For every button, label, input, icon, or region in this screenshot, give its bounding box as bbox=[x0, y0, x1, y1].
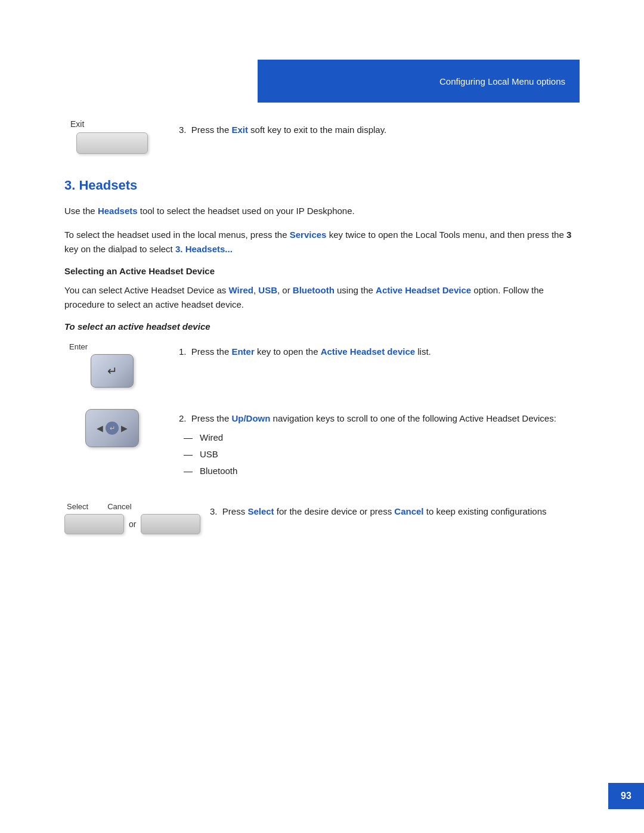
headsets-para3: You can select Active Headset Device as … bbox=[64, 283, 580, 312]
enter-key-image: ↵ bbox=[91, 354, 134, 388]
para2-bold2: 3 bbox=[566, 230, 571, 240]
exit-para: 3. Press the Exit soft key to exit to th… bbox=[179, 123, 580, 137]
exit-step-num: 3. bbox=[179, 125, 187, 135]
step2-text-end: navigation keys to scroll to one of the … bbox=[270, 413, 556, 423]
step1-bold2: Active Headset device bbox=[321, 346, 415, 357]
para3-opt: Active Headset Device bbox=[376, 285, 471, 295]
para2-bold1: Services bbox=[290, 230, 327, 240]
para3-mid: using the bbox=[335, 285, 376, 295]
right-arrow-icon: ▶ bbox=[121, 423, 128, 433]
enter-key-area: Enter ↵ bbox=[64, 342, 160, 388]
enter-arrow-icon: ↵ bbox=[107, 364, 117, 378]
para2-bold3: 3. Headsets... bbox=[175, 244, 233, 254]
step3-text-mid: for the desire device or press bbox=[274, 506, 395, 516]
exit-button-image bbox=[76, 132, 148, 154]
step3-select: Select bbox=[247, 506, 274, 516]
nav-center: ↵ bbox=[106, 422, 119, 435]
cancel-button[interactable] bbox=[141, 514, 200, 534]
headsets-para1: Use the Headsets tool to select the head… bbox=[64, 204, 580, 218]
select-cancel-buttons: or bbox=[64, 514, 200, 534]
step1-text: 1. Press the Enter key to open the Activ… bbox=[179, 342, 580, 359]
sub-heading: Selecting an Active Headset Device bbox=[64, 266, 580, 276]
content-area: Exit 3. Press the Exit soft key to exit … bbox=[64, 119, 580, 556]
select-cancel-labels: Select Cancel bbox=[67, 502, 132, 511]
step3-text: 3. Press Select for the desire device or… bbox=[210, 502, 580, 519]
header-title: Configuring Local Menu options bbox=[439, 76, 565, 86]
list-item: — USB bbox=[184, 447, 580, 462]
list-item: — Wired bbox=[184, 431, 580, 445]
step1-num: 1. bbox=[179, 346, 187, 357]
para1-start: Use the bbox=[64, 206, 98, 216]
header-bar: Configuring Local Menu options bbox=[258, 60, 580, 103]
select-cancel-area: Select Cancel or bbox=[64, 502, 196, 534]
para3-usb: USB bbox=[258, 285, 277, 295]
page-num-value: 93 bbox=[621, 791, 631, 801]
dash-icon: — bbox=[184, 447, 193, 462]
dash-icon: — bbox=[184, 464, 193, 478]
dash-icon: — bbox=[184, 431, 193, 445]
para2-end: key on the dialpad to select bbox=[64, 244, 175, 254]
exit-text-area: 3. Press the Exit soft key to exit to th… bbox=[179, 119, 580, 147]
left-arrow-icon: ◀ bbox=[97, 423, 103, 433]
nav-key-image: ◀ ↵ ▶ bbox=[85, 409, 139, 447]
step1-text-end: list. bbox=[415, 346, 431, 357]
step2-text-start: Press the bbox=[191, 413, 232, 423]
exit-section: Exit 3. Press the Exit soft key to exit … bbox=[64, 119, 580, 154]
headsets-para2: To select the headset used in the local … bbox=[64, 228, 580, 256]
nav-key-area: ◀ ↵ ▶ bbox=[64, 409, 160, 447]
para1-bold: Headsets bbox=[98, 206, 138, 216]
list-item-wired: Wired bbox=[200, 431, 223, 445]
step3-cancel: Cancel bbox=[394, 506, 423, 516]
step2-row: ◀ ↵ ▶ 2. Press the Up/Down navigation ke… bbox=[64, 409, 580, 481]
exit-button-area: Exit bbox=[64, 119, 160, 154]
step3-num: 3. bbox=[210, 506, 218, 516]
para3-wired: Wired bbox=[228, 285, 253, 295]
enter-small-icon: ↵ bbox=[110, 425, 115, 432]
step3-text-start: Press bbox=[222, 506, 248, 516]
step2-bold1: Up/Down bbox=[231, 413, 270, 423]
enter-key-label: Enter bbox=[69, 342, 88, 351]
select-button[interactable] bbox=[64, 514, 124, 534]
para3-start: You can select Active Headset Device as bbox=[64, 285, 228, 295]
page-container: Configuring Local Menu options Exit 3. P… bbox=[0, 0, 644, 833]
step2-num: 2. bbox=[179, 413, 187, 423]
exit-bold: Exit bbox=[231, 125, 248, 135]
headsets-heading: 3. Headsets bbox=[64, 178, 580, 193]
para1-end: tool to select the headset used on your … bbox=[138, 206, 355, 216]
select-label: Select bbox=[67, 502, 88, 511]
or-text: or bbox=[129, 519, 136, 529]
para2-mid: key twice to open the Local Tools menu, … bbox=[326, 230, 566, 240]
list-item-bt: Bluetooth bbox=[200, 464, 237, 478]
nav-arrows: ◀ ↵ ▶ bbox=[97, 422, 128, 435]
step1-row: Enter ↵ 1. Press the Enter key to open t… bbox=[64, 342, 580, 388]
para2-start: To select the headset used in the local … bbox=[64, 230, 290, 240]
list-item-usb: USB bbox=[200, 447, 218, 462]
step1-text-start: Press the bbox=[191, 346, 232, 357]
italic-heading: To select an active headset device bbox=[64, 321, 580, 332]
step3-row: Select Cancel or 3. Press Select for the… bbox=[64, 502, 580, 534]
list-item: — Bluetooth bbox=[184, 464, 580, 478]
step2-text: 2. Press the Up/Down navigation keys to … bbox=[179, 409, 580, 481]
para3-bt: Bluetooth bbox=[293, 285, 335, 295]
exit-text-rest: soft key to exit to the main display. bbox=[248, 125, 386, 135]
exit-text-plain: Press the bbox=[191, 125, 232, 135]
step1-bold1: Enter bbox=[231, 346, 254, 357]
step1-text-mid: key to open the bbox=[255, 346, 321, 357]
step3-text-end: to keep existing configurations bbox=[424, 506, 547, 516]
exit-label: Exit bbox=[70, 119, 84, 129]
bullet-list: — Wired — USB — Bluetooth bbox=[184, 431, 580, 478]
page-number: 93 bbox=[608, 783, 644, 809]
cancel-label: Cancel bbox=[107, 502, 131, 511]
